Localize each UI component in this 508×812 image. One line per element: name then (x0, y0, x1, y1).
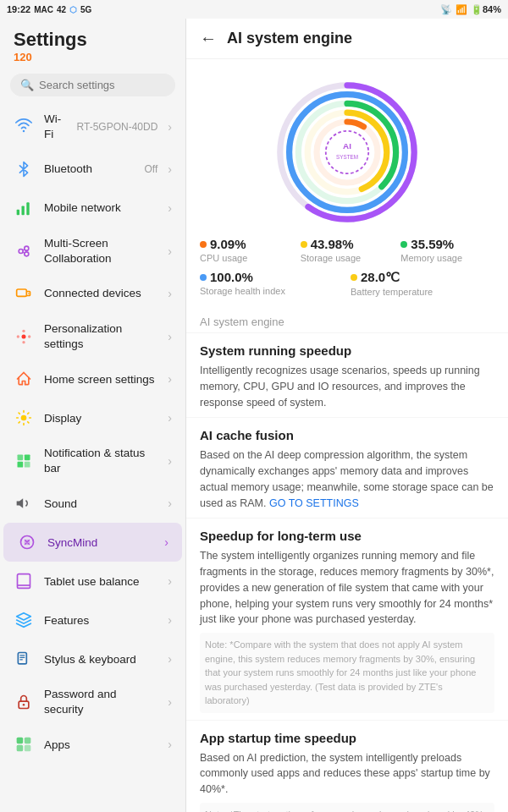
features-label: Features (44, 613, 157, 628)
sidebar-item-connected-devices[interactable]: Connected devices › (0, 274, 185, 313)
apps-label: Apps (44, 738, 157, 753)
stylus-arrow: › (168, 652, 172, 666)
feature-title-2: Speedup for long-term use (200, 529, 494, 543)
sidebar-item-mobile-network[interactable]: Mobile network › (0, 189, 185, 228)
sidebar-item-features[interactable]: Features › (0, 601, 185, 639)
multi-screen-icon (14, 241, 34, 261)
multi-screen-label: Multi-Screen Collaboration (44, 236, 157, 266)
sidebar: Settings 120 🔍 Wi-Fi RT-5GPON-40DD › Blu… (0, 0, 186, 812)
svg-point-5 (25, 246, 29, 250)
feature-system-speedup: System running speedup Intelligently rec… (186, 332, 508, 417)
sidebar-item-password[interactable]: Password and security › (0, 678, 185, 725)
bluetooth-value: Off (145, 163, 158, 175)
stylus-label: Stylus & keyboard (44, 652, 157, 667)
svg-rect-3 (26, 202, 29, 215)
sidebar-item-home-screen[interactable]: Home screen settings › (0, 359, 185, 398)
sidebar-item-stylus[interactable]: Stylus & keyboard › (0, 639, 185, 678)
multi-screen-arrow: › (168, 244, 172, 258)
feature-note-3: Note: *The start up time of commonly use… (200, 803, 494, 812)
personalization-icon (14, 326, 34, 347)
status-bar: 19:22 MAC 42 ⬡ 5G 📡 📶 🔋84% (0, 0, 508, 19)
battery-temp-label: Battery temperature (351, 287, 494, 297)
svg-rect-18 (25, 454, 30, 460)
section-label: AI system engine (200, 315, 284, 328)
display-icon (14, 408, 34, 428)
svg-marker-21 (17, 499, 24, 509)
settings-title: Settings (14, 29, 172, 51)
stylus-icon (14, 649, 34, 669)
ai-gauge-chart: AI SYSTEM (271, 76, 423, 228)
wifi-icon (14, 117, 34, 137)
personalization-arrow: › (168, 330, 172, 343)
wifi-label: Wi-Fi (44, 112, 67, 141)
sidebar-item-multi-screen[interactable]: Multi-Screen Collaboration › (0, 228, 185, 274)
feature-title-0: System running speedup (200, 343, 494, 358)
home-screen-arrow: › (168, 372, 172, 386)
connected-devices-label: Connected devices (44, 286, 157, 301)
svg-point-6 (25, 251, 29, 255)
stats-grid-primary: 9.09% CPU usage 43.98% Storage usage 35.… (186, 237, 508, 270)
apps-arrow: › (168, 738, 172, 751)
storage-label: Storage usage (301, 253, 395, 263)
feature-app-startup: App startup time speedup Based on AI pre… (186, 720, 508, 813)
svg-line-7 (23, 249, 25, 250)
svg-point-4 (19, 249, 23, 253)
stat-storage: 43.98% Storage usage (301, 237, 395, 263)
password-arrow: › (168, 695, 172, 709)
search-icon: 🔍 (20, 79, 34, 91)
svg-rect-1 (17, 210, 19, 216)
carrier-display: MAC (34, 5, 53, 14)
sidebar-item-personalization[interactable]: Personalization settings › (0, 313, 185, 359)
svg-point-11 (22, 334, 26, 338)
svg-point-16 (21, 415, 27, 421)
bluetooth-arrow: › (168, 162, 172, 176)
cpu-value: 9.09% (210, 237, 246, 251)
sidebar-item-notification[interactable]: Notification & status bar › (0, 437, 185, 484)
gauge-container: AI SYSTEM (186, 59, 508, 237)
password-label: Password and security (44, 687, 157, 716)
apps-icon (14, 734, 34, 754)
svg-rect-19 (18, 462, 24, 468)
sidebar-item-wifi[interactable]: Wi-Fi RT-5GPON-40DD › (0, 103, 185, 150)
notification-label: Notification & status bar (44, 446, 157, 475)
notification-arrow: › (168, 454, 172, 468)
tablet-label: Tablet use balance (44, 574, 157, 590)
feature-desc-1: Based on the AI deep compression algorit… (200, 447, 494, 511)
personalization-label: Personalization settings (44, 321, 157, 351)
sidebar-item-display[interactable]: Display › (0, 398, 185, 437)
back-button[interactable]: ← (200, 29, 217, 48)
sidebar-item-syncmind[interactable]: SyncMind › (3, 523, 182, 562)
sidebar-item-sound[interactable]: Sound › (0, 484, 185, 523)
svg-point-10 (28, 293, 30, 294)
mobile-network-arrow: › (168, 201, 172, 215)
main-title: AI system engine (227, 30, 352, 47)
wifi-value: RT-5GPON-40DD (77, 121, 158, 133)
sidebar-item-tablet[interactable]: Tablet use balance › (0, 562, 185, 601)
feature-longterm-speedup: Speedup for long-term use The system int… (186, 518, 508, 719)
sidebar-item-apps[interactable]: Apps › (0, 725, 185, 764)
syncmind-arrow: › (164, 535, 168, 549)
section-label-container: AI system engine (186, 307, 508, 332)
sound-arrow: › (168, 497, 172, 510)
svg-rect-27 (18, 653, 26, 664)
display-label: Display (44, 411, 157, 426)
feature-note-2: Note: *Compare with the system that does… (200, 633, 494, 713)
connected-devices-arrow: › (168, 287, 172, 300)
home-screen-icon (14, 369, 34, 389)
sidebar-item-bluetooth[interactable]: Bluetooth Off › (0, 150, 185, 189)
memory-dot (400, 241, 407, 248)
svg-rect-2 (22, 206, 25, 216)
sound-icon (14, 493, 34, 513)
svg-text:AI: AI (343, 141, 351, 151)
search-input[interactable] (39, 79, 165, 91)
health-label: Storage health index (200, 286, 344, 296)
goto-settings-link[interactable]: GO TO SETTINGS (269, 497, 359, 509)
svg-rect-33 (17, 738, 24, 744)
features-arrow: › (168, 613, 172, 627)
connected-devices-icon (14, 283, 34, 304)
feature-title-3: App startup time speedup (200, 731, 494, 745)
feature-desc-2: The system intelligently organizes runni… (200, 548, 494, 628)
settings-subtitle: 120 (14, 51, 172, 63)
search-box[interactable]: 🔍 (10, 74, 175, 96)
notification-icon (14, 451, 34, 471)
